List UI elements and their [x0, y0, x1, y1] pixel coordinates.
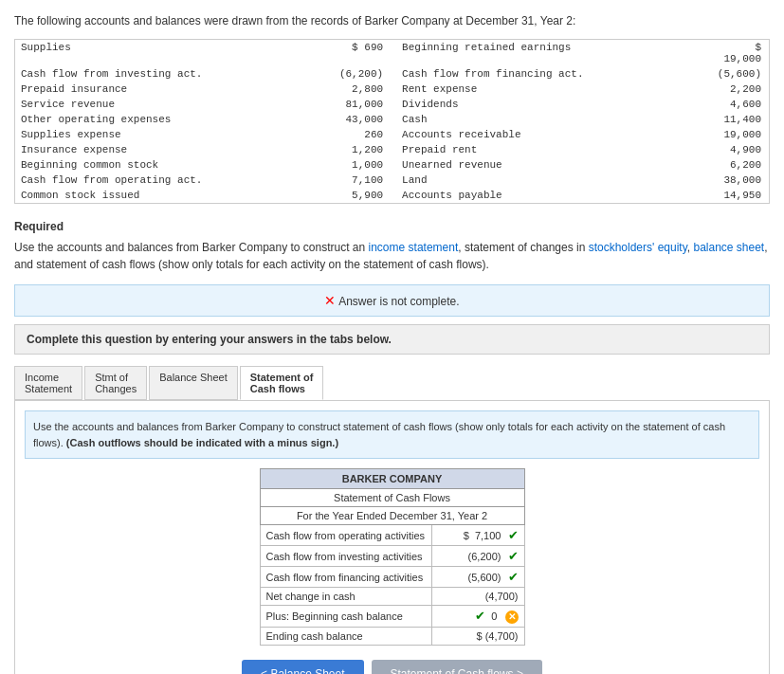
- row-value-beginning-cash[interactable]: ✔ 0 ✕: [431, 606, 524, 628]
- table-row: Common stock issued 5,900 Accounts payab…: [15, 188, 770, 204]
- answer-notice-text: Answer is not complete.: [338, 295, 459, 308]
- account-value-right: 38,000: [712, 173, 770, 188]
- account-value-left: 2,800: [334, 82, 391, 97]
- account-value-right: 19,000: [712, 127, 770, 142]
- cash-flow-table: BARKER COMPANY Statement of Cash Flows F…: [260, 468, 525, 646]
- table-row: Plus: Beginning cash balance ✔ 0 ✕: [260, 606, 524, 628]
- account-value-left: 7,100: [334, 173, 391, 188]
- tab-stmt-changes[interactable]: Stmt ofChanges: [84, 366, 147, 400]
- account-value-right: $ 19,000: [712, 40, 770, 67]
- table-row: Net change in cash (4,700): [260, 588, 524, 606]
- table-row: Other operating expenses 43,000 Cash 11,…: [15, 112, 770, 127]
- complete-notice: Complete this question by entering your …: [14, 324, 770, 355]
- table-row: Supplies expense 260 Accounts receivable…: [15, 127, 770, 142]
- required-text: Use the accounts and balances from Barke…: [14, 239, 770, 273]
- account-label-right: Cash: [391, 112, 712, 127]
- row-value-investing: (6,200) ✔: [431, 546, 524, 567]
- row-label-net-change: Net change in cash: [260, 588, 431, 606]
- company-name: BARKER COMPANY: [260, 469, 524, 489]
- account-value-left: 1,200: [334, 142, 391, 157]
- row-value-ending-cash: $ (4,700): [431, 627, 524, 645]
- tab-cash-flows[interactable]: Statement ofCash flows: [240, 366, 324, 400]
- account-label-right: Prepaid rent: [391, 142, 712, 157]
- account-value-left: 43,000: [334, 112, 391, 127]
- required-label: Required: [14, 218, 770, 235]
- account-label-left: Common stock issued: [15, 188, 334, 204]
- account-label-right: Land: [391, 173, 712, 188]
- account-value-left: (6,200): [334, 66, 391, 82]
- check-icon-financing: ✔: [508, 570, 519, 584]
- error-icon: ✕: [324, 293, 336, 308]
- account-label-left: Other operating expenses: [15, 112, 334, 127]
- account-value-left: $ 690: [334, 40, 391, 67]
- check-icon-beginning: ✔: [475, 609, 485, 623]
- company-header-row: BARKER COMPANY: [260, 469, 524, 489]
- account-value-right: 2,200: [712, 82, 770, 97]
- error-icon-beginning: ✕: [505, 610, 519, 624]
- tabs-container: IncomeStatement Stmt ofChanges Balance S…: [14, 366, 770, 400]
- account-value-right: 11,400: [712, 112, 770, 127]
- account-label-left: Prepaid insurance: [15, 82, 334, 97]
- row-label-ending-cash: Ending cash balance: [260, 627, 431, 645]
- row-value-financing: (5,600) ✔: [431, 567, 524, 588]
- income-statement-link[interactable]: income statement: [369, 241, 459, 254]
- table-row: Cash flow from operating act. 7,100 Land…: [15, 173, 770, 188]
- row-label-beginning-cash: Plus: Beginning cash balance: [260, 606, 431, 628]
- instruction-bold: (Cash outflows should be indicated with …: [66, 437, 338, 448]
- account-value-right: 14,950: [712, 188, 770, 204]
- account-label-right: Accounts payable: [391, 188, 712, 204]
- table-row: Insurance expense 1,200 Prepaid rent 4,9…: [15, 142, 770, 157]
- account-value-left: 5,900: [334, 188, 391, 204]
- account-label-right: Rent expense: [391, 82, 712, 97]
- balance-sheet-link[interactable]: balance sheet: [693, 241, 764, 254]
- table-row: Supplies $ 690 Beginning retained earnin…: [15, 40, 770, 67]
- account-label-right: Accounts receivable: [391, 127, 712, 142]
- row-label-operating: Cash flow from operating activities: [260, 525, 431, 546]
- account-label-left: Insurance expense: [15, 142, 334, 157]
- title-row: Statement of Cash Flows: [260, 489, 524, 507]
- table-row: Prepaid insurance 2,800 Rent expense 2,2…: [15, 82, 770, 97]
- account-label-left: Beginning common stock: [15, 157, 334, 173]
- account-label-left: Service revenue: [15, 97, 334, 112]
- row-value-operating: $ 7,100 ✔: [431, 525, 524, 546]
- account-value-left: 1,000: [334, 157, 391, 173]
- answer-notice: ✕ Answer is not complete.: [14, 284, 770, 317]
- table-row: Cash flow from investing act. (6,200) Ca…: [15, 66, 770, 82]
- table-row: Cash flow from operating activities $ 7,…: [260, 525, 524, 546]
- table-row: Beginning common stock 1,000 Unearned re…: [15, 157, 770, 173]
- accounts-table: Supplies $ 690 Beginning retained earnin…: [14, 39, 770, 204]
- account-value-right: 4,900: [712, 142, 770, 157]
- table-row: Cash flow from financing activities (5,6…: [260, 567, 524, 588]
- intro-text: The following accounts and balances were…: [14, 14, 770, 27]
- row-value-net-change: (4,700): [431, 588, 524, 606]
- account-label-left: Cash flow from operating act.: [15, 173, 334, 188]
- account-value-left: 81,000: [334, 97, 391, 112]
- account-value-left: 260: [334, 127, 391, 142]
- account-label-left: Cash flow from investing act.: [15, 66, 334, 82]
- account-label-right: Cash flow from financing act.: [391, 66, 712, 82]
- account-value-right: (5,600): [712, 66, 770, 82]
- row-label-investing: Cash flow from investing activities: [260, 546, 431, 567]
- account-value-right: 6,200: [712, 157, 770, 173]
- forward-button[interactable]: Statement of Cash flows >: [372, 660, 542, 675]
- cash-flow-period: For the Year Ended December 31, Year 2: [260, 507, 524, 525]
- instruction-text: Use the accounts and balances from Barke…: [25, 410, 759, 459]
- complete-notice-text: Complete this question by entering your …: [27, 333, 392, 346]
- account-label-right: Unearned revenue: [391, 157, 712, 173]
- row-label-financing: Cash flow from financing activities: [260, 567, 431, 588]
- account-label-left: Supplies: [15, 40, 334, 67]
- table-row: Ending cash balance $ (4,700): [260, 627, 524, 645]
- back-button[interactable]: < Balance Sheet: [242, 660, 363, 675]
- check-icon-operating: ✔: [508, 528, 519, 542]
- account-label-right: Beginning retained earnings: [391, 40, 712, 67]
- cash-flow-title: Statement of Cash Flows: [260, 489, 524, 507]
- tab-income-statement[interactable]: IncomeStatement: [14, 366, 82, 400]
- table-row: Cash flow from investing activities (6,2…: [260, 546, 524, 567]
- equity-link[interactable]: stockholders' equity: [589, 241, 687, 254]
- tab-balance-sheet[interactable]: Balance Sheet: [149, 366, 238, 400]
- required-section: Required Use the accounts and balances f…: [14, 218, 770, 273]
- nav-buttons: < Balance Sheet Statement of Cash flows …: [25, 660, 759, 675]
- account-label-right: Dividends: [391, 97, 712, 112]
- account-value-right: 4,600: [712, 97, 770, 112]
- account-label-left: Supplies expense: [15, 127, 334, 142]
